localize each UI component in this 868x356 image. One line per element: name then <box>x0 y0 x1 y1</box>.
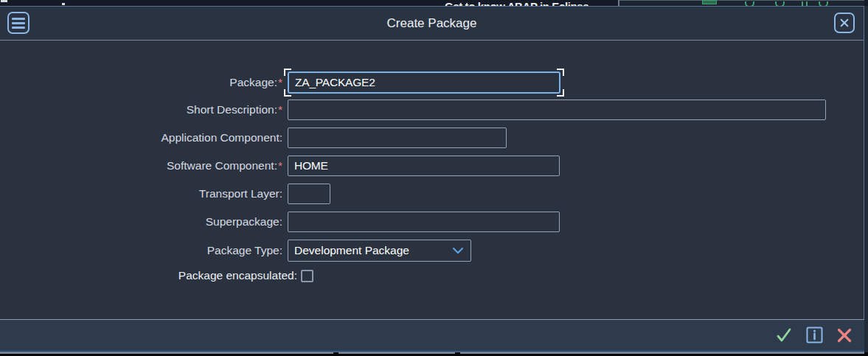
superpackage-label: Superpackage: <box>0 215 282 228</box>
hamburger-bar <box>12 22 25 24</box>
close-icon[interactable] <box>834 13 855 33</box>
software-component-input[interactable] <box>288 156 560 176</box>
focus-corner <box>557 89 564 97</box>
superpackage-input[interactable] <box>288 212 560 232</box>
check-icon <box>775 327 793 344</box>
software-component-label: Software Component:* <box>0 159 282 172</box>
dialog-titlebar: Create Package <box>0 7 864 41</box>
application-component-input[interactable] <box>288 128 507 148</box>
dialog-title: Create Package <box>387 16 477 31</box>
background-bottom-strip <box>0 352 868 356</box>
background-table-line <box>338 352 455 354</box>
field-row-software-component: Software Component:* <box>0 156 864 176</box>
red-x-icon <box>836 327 853 343</box>
background-divider <box>618 0 619 6</box>
field-row-package-type: Package Type: Development Package <box>0 240 864 262</box>
package-type-value: Development Package <box>294 244 409 257</box>
field-row-transport-layer: Transport Layer: <box>0 184 864 204</box>
package-label: Package:* <box>0 76 282 89</box>
background-fragment <box>62 3 65 5</box>
screen: { "background": { "partial_text": "Get t… <box>0 0 868 356</box>
focus-corner <box>284 69 291 76</box>
hamburger-menu-icon[interactable] <box>7 12 29 34</box>
dialog-footer-toolbar <box>0 319 864 352</box>
package-encapsulated-checkbox[interactable] <box>301 270 313 282</box>
short-description-input[interactable] <box>288 100 826 120</box>
field-row-application-component: Application Component: <box>0 128 864 148</box>
close-x-glyph <box>840 18 849 28</box>
background-table-line <box>460 352 864 354</box>
background-fragment <box>1 0 7 2</box>
transport-layer-input[interactable] <box>288 184 330 204</box>
field-row-short-description: Short Description:* <box>0 100 864 120</box>
required-asterisk: * <box>278 103 282 116</box>
background-page-strip: Get to know ABAP in Eclipse <box>0 0 868 6</box>
package-type-dropdown[interactable]: Development Package <box>288 240 471 262</box>
short-description-label: Short Description:* <box>0 103 282 116</box>
required-asterisk: * <box>278 159 282 172</box>
required-asterisk: * <box>278 76 282 88</box>
field-row-package: Package:* <box>0 71 864 94</box>
background-right-edge <box>864 6 868 352</box>
info-icon <box>806 327 823 343</box>
application-component-label: Application Component: <box>0 131 282 144</box>
focused-field-indicator <box>288 71 560 94</box>
create-package-form: Package:* Short Description:* Applicatio… <box>0 41 864 282</box>
background-green-fragment <box>702 0 717 4</box>
create-package-dialog: Create Package Package:* Short Descripti… <box>0 6 864 352</box>
hamburger-bar <box>12 27 25 29</box>
field-row-package-encapsulated: Package encapsulated: <box>0 269 864 282</box>
confirm-button[interactable] <box>775 327 793 344</box>
information-button[interactable] <box>806 327 823 343</box>
transport-layer-label: Transport Layer: <box>0 187 282 200</box>
focus-corner <box>284 89 291 97</box>
background-table-line <box>0 352 333 354</box>
package-encapsulated-label: Package encapsulated: <box>0 269 297 282</box>
background-partial-text: Get to know ABAP in Eclipse <box>445 0 588 6</box>
chevron-down-icon <box>452 247 464 254</box>
hamburger-bar <box>12 18 25 20</box>
cancel-button[interactable] <box>836 327 853 343</box>
package-type-label: Package Type: <box>0 244 282 257</box>
field-row-superpackage: Superpackage: <box>0 212 864 232</box>
focus-corner <box>557 69 564 76</box>
package-input[interactable] <box>288 71 560 94</box>
